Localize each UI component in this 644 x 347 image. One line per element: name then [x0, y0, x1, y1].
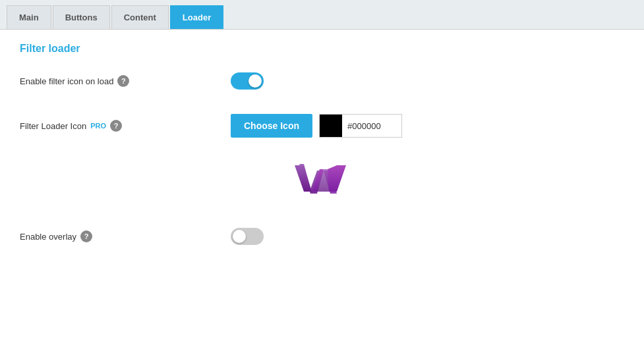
enable-overlay-help[interactable]: ? — [80, 230, 92, 242]
enable-filter-icon-toggle[interactable] — [231, 72, 264, 90]
enable-overlay-label: Enable overlay ? — [20, 230, 231, 242]
toggle-slider-on — [231, 72, 264, 90]
toggle-knob — [249, 74, 262, 88]
filter-loader-icon-label: Filter Loader Icon PRO ? — [20, 120, 231, 132]
enable-overlay-text: Enable overlay — [20, 232, 76, 242]
svg-marker-2 — [295, 165, 312, 192]
color-input[interactable] — [342, 115, 401, 137]
color-swatch[interactable] — [320, 115, 342, 137]
choose-icon-button[interactable]: Choose Icon — [231, 114, 312, 138]
filter-loader-icon-controls: Choose Icon — [231, 114, 402, 138]
filter-loader-icon-text: Filter Loader Icon — [20, 121, 86, 131]
enable-filter-icon-label: Enable filter icon on load ? — [20, 75, 231, 87]
icon-preview-area — [20, 157, 624, 210]
color-field — [319, 114, 402, 138]
tab-buttons[interactable]: Buttons — [53, 5, 110, 29]
tab-loader[interactable]: Loader — [170, 5, 223, 29]
enable-filter-icon-row: Enable filter icon on load ? — [20, 68, 624, 94]
tabs-bar: Main Buttons Content Loader — [0, 0, 644, 30]
tab-main[interactable]: Main — [7, 5, 51, 29]
content-area: Filter loader Enable filter icon on load… — [0, 30, 644, 281]
enable-filter-icon-text: Enable filter icon on load — [20, 76, 113, 86]
section-title: Filter loader — [20, 43, 624, 55]
pro-badge: PRO — [90, 122, 106, 130]
svg-marker-5 — [328, 165, 346, 192]
main-container: Main Buttons Content Loader Filter loade… — [0, 0, 644, 347]
enable-overlay-toggle[interactable] — [231, 228, 264, 245]
tab-content[interactable]: Content — [111, 5, 169, 29]
filter-loader-icon-row: Filter Loader Icon PRO ? Choose Icon — [20, 113, 624, 139]
enable-filter-icon-help[interactable]: ? — [117, 75, 129, 87]
filter-loader-icon-help[interactable]: ? — [110, 120, 122, 132]
toggle-slider-off — [231, 228, 264, 245]
w-logo-icon — [289, 157, 355, 210]
enable-overlay-row: Enable overlay ? — [20, 223, 624, 250]
toggle-knob-off — [233, 230, 246, 243]
